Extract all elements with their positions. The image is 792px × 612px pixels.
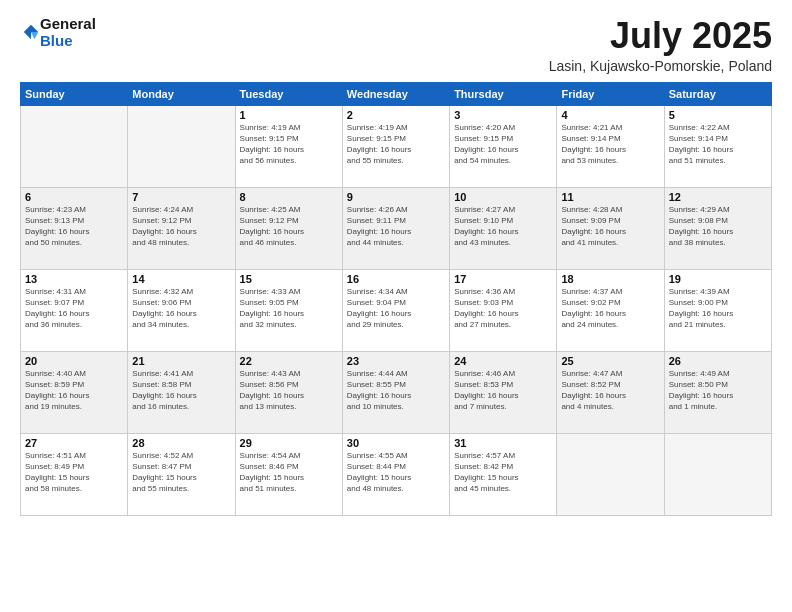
header: General Blue July 2025 Lasin, Kujawsko-P… (20, 16, 772, 74)
day-number: 8 (240, 191, 338, 203)
day-detail: Sunrise: 4:19 AM Sunset: 9:15 PM Dayligh… (240, 122, 338, 167)
svg-marker-1 (31, 32, 38, 39)
day-detail: Sunrise: 4:41 AM Sunset: 8:58 PM Dayligh… (132, 368, 230, 413)
day-detail: Sunrise: 4:22 AM Sunset: 9:14 PM Dayligh… (669, 122, 767, 167)
page: General Blue July 2025 Lasin, Kujawsko-P… (0, 0, 792, 612)
table-row: 17Sunrise: 4:36 AM Sunset: 9:03 PM Dayli… (450, 269, 557, 351)
day-detail: Sunrise: 4:21 AM Sunset: 9:14 PM Dayligh… (561, 122, 659, 167)
logo: General Blue (20, 16, 96, 49)
calendar-week-row: 13Sunrise: 4:31 AM Sunset: 9:07 PM Dayli… (21, 269, 772, 351)
table-row: 21Sunrise: 4:41 AM Sunset: 8:58 PM Dayli… (128, 351, 235, 433)
table-row (557, 433, 664, 515)
table-row: 13Sunrise: 4:31 AM Sunset: 9:07 PM Dayli… (21, 269, 128, 351)
day-detail: Sunrise: 4:20 AM Sunset: 9:15 PM Dayligh… (454, 122, 552, 167)
day-detail: Sunrise: 4:29 AM Sunset: 9:08 PM Dayligh… (669, 204, 767, 249)
day-number: 4 (561, 109, 659, 121)
table-row: 25Sunrise: 4:47 AM Sunset: 8:52 PM Dayli… (557, 351, 664, 433)
table-row (664, 433, 771, 515)
day-number: 9 (347, 191, 445, 203)
table-row: 9Sunrise: 4:26 AM Sunset: 9:11 PM Daylig… (342, 187, 449, 269)
day-detail: Sunrise: 4:23 AM Sunset: 9:13 PM Dayligh… (25, 204, 123, 249)
table-row: 6Sunrise: 4:23 AM Sunset: 9:13 PM Daylig… (21, 187, 128, 269)
day-detail: Sunrise: 4:51 AM Sunset: 8:49 PM Dayligh… (25, 450, 123, 495)
day-number: 15 (240, 273, 338, 285)
day-number: 17 (454, 273, 552, 285)
day-number: 10 (454, 191, 552, 203)
day-number: 1 (240, 109, 338, 121)
title-block: July 2025 Lasin, Kujawsko-Pomorskie, Pol… (549, 16, 772, 74)
day-detail: Sunrise: 4:55 AM Sunset: 8:44 PM Dayligh… (347, 450, 445, 495)
table-row: 1Sunrise: 4:19 AM Sunset: 9:15 PM Daylig… (235, 105, 342, 187)
table-row (21, 105, 128, 187)
header-row: Sunday Monday Tuesday Wednesday Thursday… (21, 82, 772, 105)
day-number: 13 (25, 273, 123, 285)
table-row: 31Sunrise: 4:57 AM Sunset: 8:42 PM Dayli… (450, 433, 557, 515)
day-detail: Sunrise: 4:25 AM Sunset: 9:12 PM Dayligh… (240, 204, 338, 249)
col-saturday: Saturday (664, 82, 771, 105)
table-row: 20Sunrise: 4:40 AM Sunset: 8:59 PM Dayli… (21, 351, 128, 433)
day-number: 30 (347, 437, 445, 449)
day-number: 2 (347, 109, 445, 121)
table-row: 29Sunrise: 4:54 AM Sunset: 8:46 PM Dayli… (235, 433, 342, 515)
day-number: 20 (25, 355, 123, 367)
table-row: 14Sunrise: 4:32 AM Sunset: 9:06 PM Dayli… (128, 269, 235, 351)
table-row (128, 105, 235, 187)
day-number: 28 (132, 437, 230, 449)
day-number: 29 (240, 437, 338, 449)
day-detail: Sunrise: 4:54 AM Sunset: 8:46 PM Dayligh… (240, 450, 338, 495)
day-detail: Sunrise: 4:39 AM Sunset: 9:00 PM Dayligh… (669, 286, 767, 331)
table-row: 8Sunrise: 4:25 AM Sunset: 9:12 PM Daylig… (235, 187, 342, 269)
day-detail: Sunrise: 4:24 AM Sunset: 9:12 PM Dayligh… (132, 204, 230, 249)
calendar-week-row: 6Sunrise: 4:23 AM Sunset: 9:13 PM Daylig… (21, 187, 772, 269)
table-row: 11Sunrise: 4:28 AM Sunset: 9:09 PM Dayli… (557, 187, 664, 269)
logo-general: General (40, 16, 96, 33)
day-detail: Sunrise: 4:40 AM Sunset: 8:59 PM Dayligh… (25, 368, 123, 413)
logo-icon (22, 23, 40, 41)
table-row: 16Sunrise: 4:34 AM Sunset: 9:04 PM Dayli… (342, 269, 449, 351)
col-tuesday: Tuesday (235, 82, 342, 105)
col-thursday: Thursday (450, 82, 557, 105)
table-row: 10Sunrise: 4:27 AM Sunset: 9:10 PM Dayli… (450, 187, 557, 269)
day-number: 21 (132, 355, 230, 367)
day-number: 14 (132, 273, 230, 285)
day-detail: Sunrise: 4:34 AM Sunset: 9:04 PM Dayligh… (347, 286, 445, 331)
table-row: 7Sunrise: 4:24 AM Sunset: 9:12 PM Daylig… (128, 187, 235, 269)
calendar-week-row: 20Sunrise: 4:40 AM Sunset: 8:59 PM Dayli… (21, 351, 772, 433)
col-sunday: Sunday (21, 82, 128, 105)
logo-blue: Blue (40, 33, 96, 50)
col-friday: Friday (557, 82, 664, 105)
day-detail: Sunrise: 4:44 AM Sunset: 8:55 PM Dayligh… (347, 368, 445, 413)
day-detail: Sunrise: 4:28 AM Sunset: 9:09 PM Dayligh… (561, 204, 659, 249)
col-monday: Monday (128, 82, 235, 105)
day-number: 11 (561, 191, 659, 203)
day-number: 31 (454, 437, 552, 449)
calendar-week-row: 1Sunrise: 4:19 AM Sunset: 9:15 PM Daylig… (21, 105, 772, 187)
day-number: 27 (25, 437, 123, 449)
day-number: 12 (669, 191, 767, 203)
calendar: Sunday Monday Tuesday Wednesday Thursday… (20, 82, 772, 516)
month-title: July 2025 (549, 16, 772, 56)
day-number: 3 (454, 109, 552, 121)
table-row: 22Sunrise: 4:43 AM Sunset: 8:56 PM Dayli… (235, 351, 342, 433)
table-row: 30Sunrise: 4:55 AM Sunset: 8:44 PM Dayli… (342, 433, 449, 515)
day-detail: Sunrise: 4:31 AM Sunset: 9:07 PM Dayligh… (25, 286, 123, 331)
table-row: 12Sunrise: 4:29 AM Sunset: 9:08 PM Dayli… (664, 187, 771, 269)
day-detail: Sunrise: 4:37 AM Sunset: 9:02 PM Dayligh… (561, 286, 659, 331)
col-wednesday: Wednesday (342, 82, 449, 105)
table-row: 18Sunrise: 4:37 AM Sunset: 9:02 PM Dayli… (557, 269, 664, 351)
table-row: 3Sunrise: 4:20 AM Sunset: 9:15 PM Daylig… (450, 105, 557, 187)
day-detail: Sunrise: 4:19 AM Sunset: 9:15 PM Dayligh… (347, 122, 445, 167)
table-row: 27Sunrise: 4:51 AM Sunset: 8:49 PM Dayli… (21, 433, 128, 515)
day-detail: Sunrise: 4:43 AM Sunset: 8:56 PM Dayligh… (240, 368, 338, 413)
day-number: 5 (669, 109, 767, 121)
day-number: 7 (132, 191, 230, 203)
day-detail: Sunrise: 4:47 AM Sunset: 8:52 PM Dayligh… (561, 368, 659, 413)
calendar-week-row: 27Sunrise: 4:51 AM Sunset: 8:49 PM Dayli… (21, 433, 772, 515)
day-detail: Sunrise: 4:57 AM Sunset: 8:42 PM Dayligh… (454, 450, 552, 495)
table-row: 26Sunrise: 4:49 AM Sunset: 8:50 PM Dayli… (664, 351, 771, 433)
day-detail: Sunrise: 4:32 AM Sunset: 9:06 PM Dayligh… (132, 286, 230, 331)
day-detail: Sunrise: 4:26 AM Sunset: 9:11 PM Dayligh… (347, 204, 445, 249)
day-detail: Sunrise: 4:33 AM Sunset: 9:05 PM Dayligh… (240, 286, 338, 331)
location: Lasin, Kujawsko-Pomorskie, Poland (549, 58, 772, 74)
table-row: 19Sunrise: 4:39 AM Sunset: 9:00 PM Dayli… (664, 269, 771, 351)
